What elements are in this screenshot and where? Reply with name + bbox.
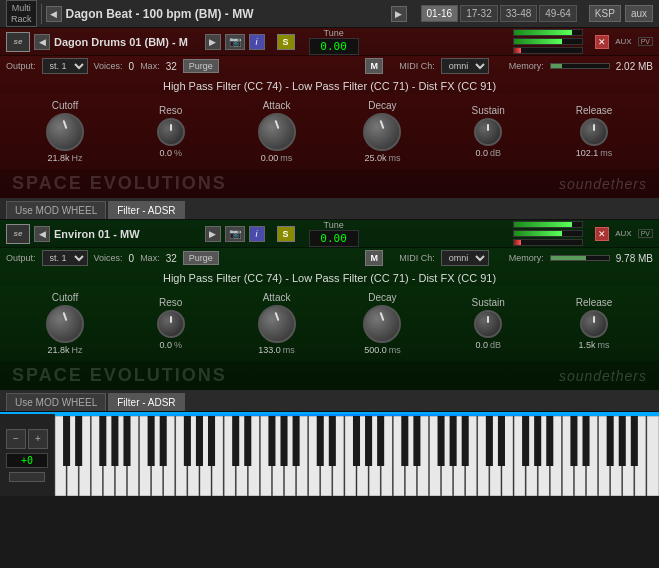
black-key[interactable] bbox=[160, 416, 167, 466]
inst1-tab-filter[interactable]: Filter - ADSR bbox=[108, 201, 184, 219]
inst2-m-btn[interactable]: M bbox=[365, 250, 383, 266]
segment-17-32[interactable]: 17-32 bbox=[460, 5, 498, 22]
inst1-s-btn[interactable]: S bbox=[277, 34, 295, 50]
black-key[interactable] bbox=[534, 416, 541, 466]
inst1-camera-btn[interactable]: 📷 bbox=[225, 34, 245, 50]
black-key[interactable] bbox=[413, 416, 420, 466]
inst2-purge-btn[interactable]: Purge bbox=[183, 251, 219, 265]
inst1-info-btn[interactable]: i bbox=[249, 34, 265, 50]
inst1-purge-btn[interactable]: Purge bbox=[183, 59, 219, 73]
black-key[interactable] bbox=[196, 416, 203, 466]
black-key[interactable] bbox=[75, 416, 82, 466]
inst1-tab-modwheel[interactable]: Use MOD WHEEL bbox=[6, 201, 106, 219]
inst1-sustain-knob[interactable] bbox=[474, 118, 502, 146]
inst2-tab-filter[interactable]: Filter - ADSR bbox=[108, 393, 184, 411]
black-key[interactable] bbox=[329, 416, 336, 466]
piano-svg[interactable]: white keys pattern bbox=[55, 416, 659, 496]
black-key[interactable] bbox=[208, 416, 215, 466]
inst2-tab-bar: Use MOD WHEEL Filter - ADSR bbox=[0, 390, 659, 412]
black-key[interactable] bbox=[619, 416, 626, 466]
inst2-midi-dropdown[interactable]: omni bbox=[441, 250, 489, 266]
inst1-next-btn[interactable]: ▶ bbox=[205, 34, 221, 50]
black-key[interactable] bbox=[293, 416, 300, 466]
piano-minus-btn[interactable]: − bbox=[6, 429, 26, 449]
inst2-knob-cutoff: Cutoff 21.8k Hz bbox=[30, 292, 100, 355]
inst1-voices-label: Voices: bbox=[94, 61, 123, 71]
black-key[interactable] bbox=[582, 416, 589, 466]
inst1-m-btn[interactable]: M bbox=[365, 58, 383, 74]
inst2-cutoff-knob[interactable] bbox=[46, 305, 84, 343]
inst1-cutoff-knob[interactable] bbox=[46, 113, 84, 151]
inst2-reso-knob[interactable] bbox=[157, 310, 185, 338]
black-key[interactable] bbox=[631, 416, 638, 466]
inst1-decay-knob[interactable] bbox=[363, 113, 401, 151]
black-key[interactable] bbox=[353, 416, 360, 466]
inst-header-1: se ◀ Dagon Drums 01 (BM) - M ▶ 📷 i S Tun… bbox=[0, 28, 659, 56]
inst2-voices-label: Voices: bbox=[94, 253, 123, 263]
black-key[interactable] bbox=[148, 416, 155, 466]
nav-prev-btn[interactable]: ◀ bbox=[46, 6, 62, 22]
black-key[interactable] bbox=[462, 416, 469, 466]
black-key[interactable] bbox=[522, 416, 529, 466]
black-key[interactable] bbox=[401, 416, 408, 466]
segment-01-16[interactable]: 01-16 bbox=[421, 5, 459, 22]
piano-scroll-bar[interactable] bbox=[9, 472, 45, 482]
inst1-attack-knob[interactable] bbox=[258, 113, 296, 151]
inst1-reso-knob[interactable] bbox=[157, 118, 185, 146]
inst2-next-btn[interactable]: ▶ bbox=[205, 226, 221, 242]
inst1-tab-bar: Use MOD WHEEL Filter - ADSR bbox=[0, 198, 659, 220]
inst-header-2: se ◀ Environ 01 - MW ▶ 📷 i S Tune 0.00 ✕… bbox=[0, 220, 659, 248]
inst2-attack-knob[interactable] bbox=[258, 305, 296, 343]
inst2-tab-modwheel[interactable]: Use MOD WHEEL bbox=[6, 393, 106, 411]
black-key[interactable] bbox=[123, 416, 130, 466]
black-key[interactable] bbox=[244, 416, 251, 466]
segment-33-48[interactable]: 33-48 bbox=[500, 5, 538, 22]
black-key[interactable] bbox=[63, 416, 70, 466]
ksp-button[interactable]: KSP bbox=[589, 5, 621, 22]
black-key[interactable] bbox=[365, 416, 372, 466]
black-key[interactable] bbox=[111, 416, 118, 466]
inst2-release-knob[interactable] bbox=[580, 310, 608, 338]
inst1-release-knob[interactable] bbox=[580, 118, 608, 146]
black-key[interactable] bbox=[450, 416, 457, 466]
white-key[interactable] bbox=[647, 416, 659, 496]
segment-49-64[interactable]: 49-64 bbox=[539, 5, 577, 22]
inst2-sustain-knob[interactable] bbox=[474, 310, 502, 338]
piano-plus-btn[interactable]: + bbox=[28, 429, 48, 449]
inst-logo-1: se bbox=[6, 32, 30, 52]
black-key[interactable] bbox=[377, 416, 384, 466]
black-key[interactable] bbox=[317, 416, 324, 466]
black-key[interactable] bbox=[438, 416, 445, 466]
inst1-tune-display: 0.00 bbox=[309, 38, 359, 55]
inst2-decay-knob[interactable] bbox=[363, 305, 401, 343]
black-key[interactable] bbox=[232, 416, 239, 466]
aux-button[interactable]: aux bbox=[625, 5, 653, 22]
inst2-brand-row: SPACE EVOLUTIONS soundethers bbox=[0, 361, 659, 390]
black-key[interactable] bbox=[184, 416, 191, 466]
black-key[interactable] bbox=[570, 416, 577, 466]
inst2-camera-btn[interactable]: 📷 bbox=[225, 226, 245, 242]
inst2-voices-val: 0 bbox=[129, 253, 135, 264]
black-key[interactable] bbox=[268, 416, 275, 466]
inst2-output-dropdown[interactable]: st. 1 bbox=[42, 250, 88, 266]
inst1-close-btn[interactable]: ✕ bbox=[595, 35, 609, 49]
black-key[interactable] bbox=[486, 416, 493, 466]
black-key[interactable] bbox=[546, 416, 553, 466]
inst2-close-btn[interactable]: ✕ bbox=[595, 227, 609, 241]
piano-section: − + +0 white keys pattern bbox=[0, 412, 659, 496]
black-key[interactable] bbox=[498, 416, 505, 466]
black-key[interactable] bbox=[99, 416, 106, 466]
inst1-midi-dropdown[interactable]: omni bbox=[441, 58, 489, 74]
inst2-pv-btn[interactable]: PV bbox=[638, 229, 653, 238]
inst1-output-dropdown[interactable]: st. 1 bbox=[42, 58, 88, 74]
inst1-pv-btn[interactable]: PV bbox=[638, 37, 653, 46]
inst2-info-btn[interactable]: i bbox=[249, 226, 265, 242]
black-key[interactable] bbox=[607, 416, 614, 466]
segment-group: 01-16 17-32 33-48 49-64 bbox=[421, 5, 577, 22]
inst2-prev-btn[interactable]: ◀ bbox=[34, 226, 50, 242]
inst2-s-btn[interactable]: S bbox=[277, 226, 295, 242]
nav-next-btn[interactable]: ▶ bbox=[391, 6, 407, 22]
multi-rack-label: Multi Rack bbox=[6, 0, 37, 27]
inst1-prev-btn[interactable]: ◀ bbox=[34, 34, 50, 50]
black-key[interactable] bbox=[280, 416, 287, 466]
